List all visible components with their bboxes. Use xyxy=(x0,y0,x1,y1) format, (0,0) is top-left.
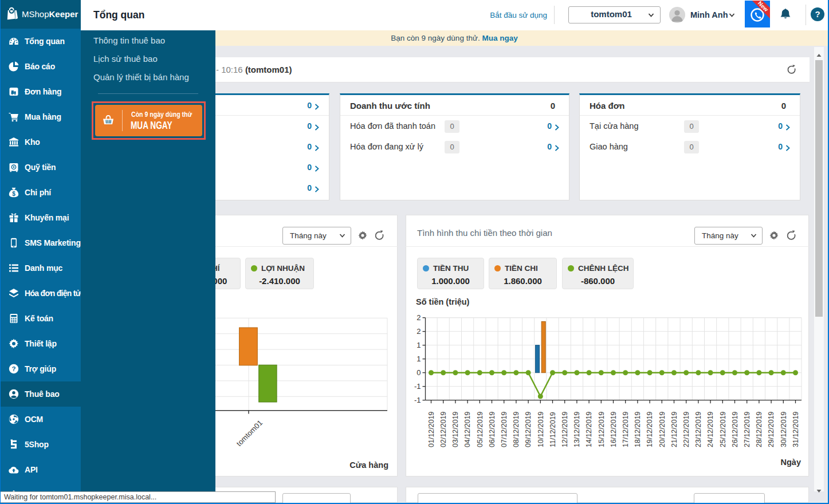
svg-text:11/12/2019: 11/12/2019 xyxy=(549,412,557,447)
svg-text:19/12/2019: 19/12/2019 xyxy=(646,411,654,447)
svg-text:25/12/2019: 25/12/2019 xyxy=(719,411,727,447)
svg-text:07/12/2019: 07/12/2019 xyxy=(500,411,508,447)
svg-text:1: 1 xyxy=(417,341,421,349)
svg-text:17/12/2019: 17/12/2019 xyxy=(622,411,630,447)
svg-text:-1: -1 xyxy=(414,396,421,404)
svg-text:10/12/2019: 10/12/2019 xyxy=(537,411,545,447)
svg-text:28/12/2019: 28/12/2019 xyxy=(755,411,763,447)
svg-text:$: $ xyxy=(12,191,15,197)
svg-text:09/12/2019: 09/12/2019 xyxy=(524,411,532,447)
svg-text:13/12/2019: 13/12/2019 xyxy=(573,411,581,447)
svg-text:26/12/2019: 26/12/2019 xyxy=(731,411,739,447)
svg-text:24/12/2019: 24/12/2019 xyxy=(706,411,714,447)
svg-text:12/12/2019: 12/12/2019 xyxy=(561,411,569,447)
svg-text:1: 1 xyxy=(417,355,421,363)
svg-text:16/12/2019: 16/12/2019 xyxy=(610,411,618,447)
svg-text:08/12/2019: 08/12/2019 xyxy=(512,411,520,447)
svg-text:27/12/2019: 27/12/2019 xyxy=(743,411,751,447)
svg-text:01/12/2019: 01/12/2019 xyxy=(427,411,435,447)
svg-text:0: 0 xyxy=(417,368,421,377)
svg-text:03/12/2019: 03/12/2019 xyxy=(451,411,459,447)
svg-text:02/12/2019: 02/12/2019 xyxy=(439,411,447,447)
svg-text:21/12/2019: 21/12/2019 xyxy=(670,411,678,447)
svg-text:22/12/2019: 22/12/2019 xyxy=(682,411,690,447)
svg-text:05/12/2019: 05/12/2019 xyxy=(476,411,484,447)
svg-text:?: ? xyxy=(11,365,15,372)
svg-text:15/12/2019: 15/12/2019 xyxy=(598,411,606,447)
svg-text:29/12/2019: 29/12/2019 xyxy=(767,411,775,447)
svg-text:04/12/2019: 04/12/2019 xyxy=(463,411,472,447)
svg-text:23/12/2019: 23/12/2019 xyxy=(694,411,702,447)
svg-text:2: 2 xyxy=(417,327,421,336)
svg-text:18/12/2019: 18/12/2019 xyxy=(634,411,642,447)
svg-text:14/12/2019: 14/12/2019 xyxy=(585,411,593,447)
svg-text:30/12/2019: 30/12/2019 xyxy=(780,411,788,447)
svg-text:tomtom01: tomtom01 xyxy=(235,419,264,448)
svg-text:20/12/2019: 20/12/2019 xyxy=(658,411,666,447)
svg-text:31/12/2019: 31/12/2019 xyxy=(792,411,800,447)
svg-text:2: 2 xyxy=(417,313,421,322)
svg-text:-1: -1 xyxy=(414,382,421,391)
svg-text:06/12/2019: 06/12/2019 xyxy=(488,411,496,447)
